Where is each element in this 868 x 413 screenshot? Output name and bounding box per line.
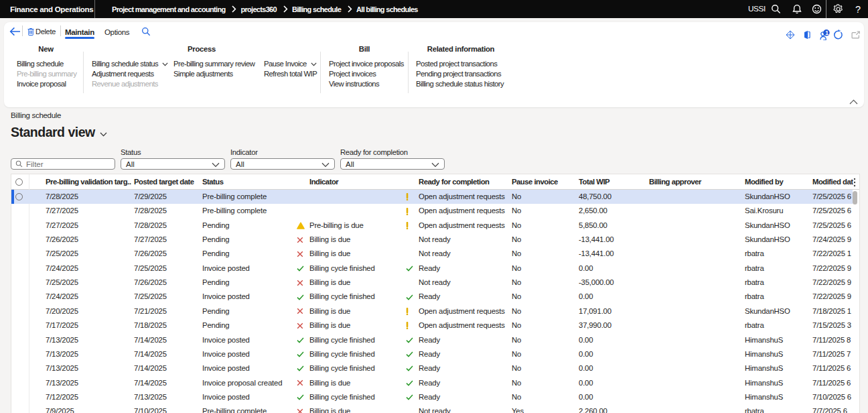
grid-filter-input[interactable]: Filter [11, 158, 115, 170]
cell-posted-date: 7/27/2025 [134, 233, 201, 247]
column-header-modified-by[interactable]: Modified by [745, 174, 809, 190]
breadcrumb-chevron-icon [283, 5, 289, 13]
refresh-icon[interactable] [833, 29, 843, 41]
success-check-icon [297, 290, 304, 304]
back-button[interactable] [7, 24, 22, 39]
cell-modified-date: 7/10/2025 6 [812, 390, 853, 404]
table-row[interactable]: 7/9/20257/10/2025Pre-billing completeBil… [11, 404, 853, 413]
ribbon-button-pause-invoice[interactable]: Pause Invoice [264, 59, 317, 69]
table-row[interactable]: 7/24/20257/25/2025Invoice postedBilling … [11, 261, 853, 276]
column-header-modified-date[interactable]: Modified dat [812, 174, 853, 190]
collapse-ribbon-chevron-icon[interactable] [849, 99, 858, 105]
column-header-total-wip[interactable]: Total WIP [579, 174, 642, 190]
ribbon-group-title: Related information [427, 45, 494, 53]
error-cross-icon [297, 318, 303, 333]
cell-total-wip: 0.00 [579, 290, 642, 304]
feedback-smiley-icon[interactable] [811, 0, 822, 18]
cell-approver [649, 190, 729, 204]
table-row[interactable]: 7/12/20257/13/2025Invoice postedBilling … [11, 390, 853, 404]
cell-approver [649, 219, 729, 233]
breadcrumb-item[interactable]: Project management and accounting [112, 5, 225, 13]
column-header-status[interactable]: Status [202, 174, 295, 190]
ribbon-button-project-invoice-proposals[interactable]: Project invoice proposals [329, 59, 404, 69]
table-row[interactable]: 7/17/20257/18/2025PendingBilling is dueO… [11, 318, 853, 333]
dynamics365-icon[interactable] [804, 29, 810, 41]
ribbon-button-project-invoices[interactable]: Project invoices [329, 69, 404, 79]
column-header-ready[interactable]: Ready for completion [419, 174, 510, 190]
ribbon-button-posted-project-transactions[interactable]: Posted project transactions [416, 59, 504, 69]
cell-pause: No [512, 390, 572, 404]
topbar-divider [94, 0, 95, 18]
ready-filter-select[interactable]: All [340, 158, 445, 170]
svg-text:?: ? [855, 4, 861, 15]
warning-triangle-icon [297, 219, 305, 233]
cell-modified-by: SkundanHSO [745, 190, 809, 204]
flighting-diamond-icon[interactable] [786, 29, 795, 41]
table-row[interactable]: 7/24/20257/25/2025Invoice postedBilling … [11, 290, 853, 304]
search-icon[interactable] [770, 0, 781, 18]
breadcrumb-item[interactable]: projects360 [240, 5, 276, 13]
column-header-posted-date[interactable]: Posted target date [134, 174, 201, 190]
column-header-pre-billing-date[interactable]: Pre-billing validation targ... [46, 174, 131, 190]
help-icon[interactable]: ? [853, 0, 864, 18]
error-cross-icon [297, 404, 303, 413]
ribbon-button-simple-adjustments[interactable]: Simple adjustments [173, 69, 255, 79]
table-row[interactable]: 7/13/20257/14/2025Invoice postedBilling … [11, 361, 853, 375]
table-row[interactable]: 7/27/20257/28/2025PendingPre-billing is … [11, 219, 853, 233]
ribbon-button-view-instructions[interactable]: View instructions [329, 79, 404, 89]
ribbon-button-adjustment-requests[interactable]: Adjustment requests [92, 69, 168, 79]
cell-modified-by: SkundanHSO [745, 233, 809, 247]
cell-ready: Open adjustment requests [419, 219, 510, 233]
column-header-approver[interactable]: Billing approver [649, 174, 729, 190]
select-all-radio[interactable] [15, 178, 23, 186]
messages-person-icon[interactable]: 1 [820, 29, 830, 41]
status-filter-select[interactable]: All [121, 158, 225, 170]
ribbon-button-billing-schedule-status-history[interactable]: Billing schedule status history [416, 79, 504, 89]
breadcrumb-item[interactable]: Billing schedule [292, 5, 341, 13]
cell-modified-by: SkundanHSO [745, 219, 809, 233]
tab-maintain[interactable]: Maintain [65, 27, 94, 37]
ribbon-button-refresh-total-wip[interactable]: Refresh total WIP [264, 69, 317, 79]
cell-approver [649, 333, 729, 347]
cell-posted-date: 7/14/2025 [134, 361, 201, 375]
cell-approver [649, 318, 729, 333]
environment-label[interactable]: USSI [748, 0, 766, 18]
row-select-radio[interactable] [15, 193, 23, 200]
table-row[interactable]: 7/13/20257/14/2025Invoice proposal creat… [11, 376, 853, 390]
table-row[interactable]: 7/20/20257/21/2025PendingBilling is dueO… [11, 304, 853, 318]
bell-icon[interactable] [792, 0, 802, 18]
table-row[interactable]: 7/27/20257/28/2025Pre-billing completeOp… [11, 204, 853, 218]
ribbon-button-billing-schedule[interactable]: Billing schedule [17, 59, 76, 69]
cell-modified-by: rbatra [745, 318, 809, 333]
cell-pause: No [512, 204, 572, 218]
success-check-icon [406, 376, 413, 390]
ribbon-button-billing-schedule-status[interactable]: Billing schedule status [92, 59, 168, 69]
vertical-scrollbar-thumb[interactable] [853, 191, 857, 204]
table-row[interactable]: 7/13/20257/14/2025Invoice postedBilling … [11, 333, 853, 347]
column-header-pause[interactable]: Pause invoice [512, 174, 572, 190]
cell-modified-date: 7/15/2025 3 [812, 318, 853, 333]
table-row[interactable]: 7/13/20257/14/2025Invoice postedBilling … [11, 347, 853, 361]
table-row[interactable]: 7/26/20257/27/2025PendingBilling is dueN… [11, 233, 853, 247]
cell-status: Invoice posted [202, 361, 295, 375]
cell-ready: Open adjustment requests [419, 304, 510, 318]
table-row[interactable]: 7/25/20257/26/2025PendingBilling is dueN… [11, 247, 853, 261]
cell-total-wip: -35,000.00 [579, 276, 642, 290]
ribbon-button-pre-billing-summary-review[interactable]: Pre-billing summary review [173, 59, 255, 69]
view-title[interactable]: Standard view [11, 125, 107, 140]
column-header-indicator[interactable]: Indicator [309, 174, 396, 190]
delete-button[interactable]: Delete [27, 24, 56, 39]
tab-options[interactable]: Options [104, 27, 129, 37]
cell-pre-billing-date: 7/27/2025 [46, 204, 131, 218]
app-title[interactable]: Finance and Operations [10, 0, 93, 18]
actionpane-search-icon[interactable] [141, 24, 151, 39]
indicator-filter-select[interactable]: All [230, 158, 335, 170]
grid-header-row: Pre-billing validation targ...Posted tar… [11, 174, 859, 190]
settings-gear-icon[interactable] [833, 0, 843, 18]
table-row[interactable]: 7/25/20257/26/2025PendingBilling is dueN… [11, 276, 853, 290]
ribbon-button-pending-project-transactions[interactable]: Pending project transactions [416, 69, 504, 79]
breadcrumb-item[interactable]: All billing schedules [356, 5, 418, 13]
table-row[interactable]: 7/28/20257/29/2025Pre-billing completeOp… [11, 190, 853, 204]
open-in-new-window-icon[interactable] [851, 29, 860, 41]
ribbon-button-invoice-proposal[interactable]: Invoice proposal [17, 79, 76, 89]
